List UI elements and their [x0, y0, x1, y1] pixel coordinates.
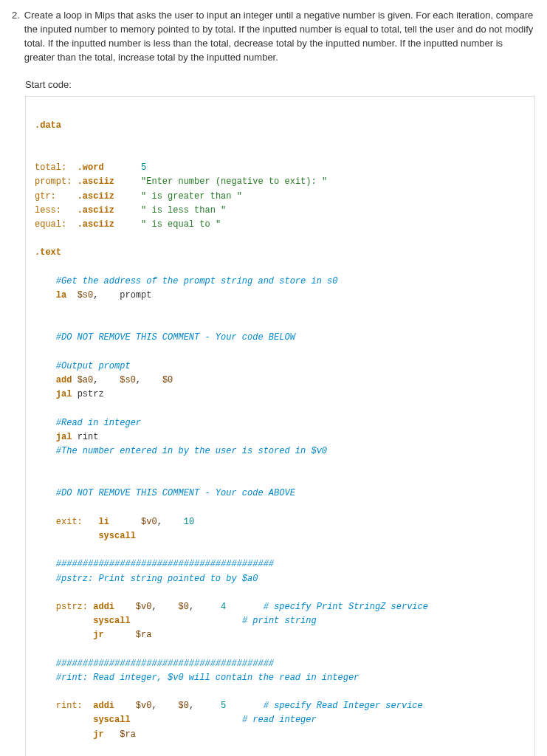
code-comment: #Output prompt — [56, 361, 131, 371]
code-arg: prompt — [120, 290, 151, 300]
code-comment: #Get the address of the prompt string an… — [56, 276, 338, 286]
code-instruction: addi — [93, 701, 114, 711]
code-comment: #pstrz: Print string pointed to by $a0 — [56, 574, 258, 584]
code-comment: #DO NOT REMOVE THIS COMMENT - Your code … — [56, 332, 295, 343]
code-comment: #rint: Read integer, $v0 will contain th… — [56, 673, 359, 683]
code-register: $v0 — [141, 517, 157, 527]
code-label: prompt: — [35, 176, 72, 187]
code-label: rint: — [56, 701, 83, 711]
code-directive: .asciiz — [78, 191, 114, 202]
code-comment: ########################################… — [56, 659, 274, 669]
code-instruction: jr — [93, 729, 103, 740]
code-register: $v0 — [136, 602, 152, 612]
code-number: 10 — [184, 517, 194, 527]
code-instruction: syscall — [93, 616, 130, 626]
question-number: 2. — [12, 9, 20, 72]
code-register: $ra — [136, 630, 152, 640]
code-directive: .asciiz — [78, 176, 114, 187]
code-directive: .word — [78, 162, 104, 173]
code-comment: # print string — [242, 616, 317, 626]
code-arg: rint — [78, 432, 99, 442]
code-label: less: — [35, 205, 61, 216]
code-label: pstrz: — [56, 602, 88, 612]
code-directive: .asciiz — [78, 205, 114, 216]
code-instruction: add — [56, 375, 72, 385]
code-register: $s0 — [78, 290, 94, 300]
code-register: $a0 — [78, 375, 94, 385]
start-code-label: Start code: — [25, 79, 535, 90]
code-register: $0 — [178, 701, 188, 711]
code-instruction: jal — [56, 389, 72, 399]
code-instruction: la — [56, 290, 66, 300]
code-label: gtr: — [35, 191, 56, 202]
question-text: Create a loop in Mips that asks the user… — [24, 9, 535, 72]
question-block: 2. Create a loop in Mips that asks the u… — [12, 9, 535, 72]
question-paragraph: Create a loop in Mips that asks the user… — [24, 9, 535, 64]
code-register: $ra — [120, 729, 136, 740]
code-instruction: jal — [56, 432, 72, 442]
code-comment: # read integer — [242, 715, 317, 725]
code-register: $v0 — [136, 701, 152, 711]
code-instruction: li — [98, 517, 109, 527]
code-register: $s0 — [120, 375, 136, 385]
code-label: exit: — [56, 517, 83, 527]
code-directive: .data — [35, 120, 61, 131]
code-arg: pstrz — [78, 389, 104, 399]
code-directive: .text — [35, 247, 61, 258]
code-string: " is equal to " — [141, 219, 221, 230]
code-comment: # specify Read Integer service — [264, 701, 423, 711]
code-instruction: jr — [93, 630, 103, 640]
code-label: equal: — [35, 219, 66, 230]
code-instruction: addi — [93, 602, 114, 612]
code-register: $0 — [178, 602, 188, 612]
code-comment: # specify Print StringZ service — [264, 602, 428, 612]
code-instruction: syscall — [98, 531, 135, 541]
code-number: 4 — [221, 602, 226, 612]
code-number: 5 — [141, 162, 146, 173]
code-string: "Enter number (negative to exit): " — [141, 176, 327, 187]
code-comment: ########################################… — [56, 559, 274, 569]
code-register: $0 — [162, 375, 173, 385]
code-comment: #DO NOT REMOVE THIS COMMENT - Your code … — [56, 488, 295, 498]
code-string: " is greater than " — [141, 191, 242, 202]
code-string: " is less than " — [141, 205, 226, 216]
code-directive: .asciiz — [78, 219, 114, 230]
code-instruction: syscall — [93, 715, 130, 725]
code-number: 5 — [221, 701, 226, 711]
code-block: .data total: .word 5 prompt: .asciiz "En… — [25, 96, 535, 756]
code-label: total: — [35, 162, 66, 173]
code-comment: #Read in integer — [56, 418, 141, 428]
code-comment: #The number entered in by the user is st… — [56, 446, 327, 456]
